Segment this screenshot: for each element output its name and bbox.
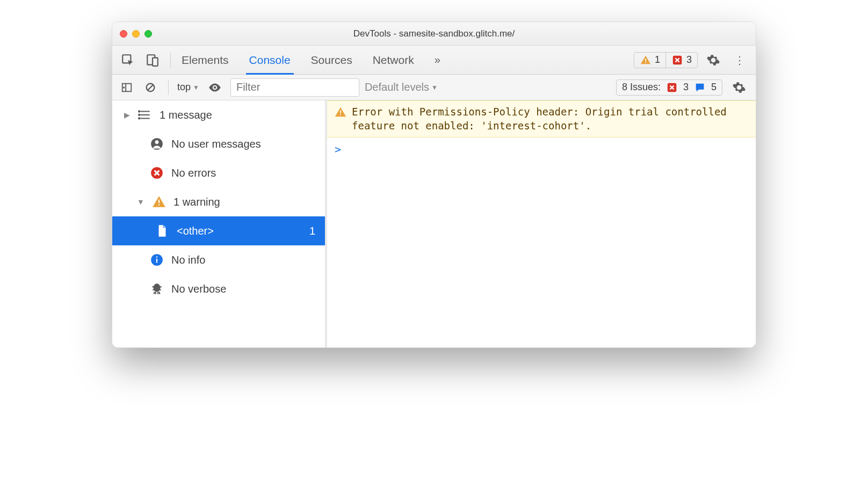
warnings-badge[interactable]: 1	[634, 53, 666, 68]
window-title: DevTools - samesite-sandbox.glitch.me/	[112, 28, 756, 39]
sidebar-item-label: 1 message	[160, 109, 212, 121]
titlebar: DevTools - samesite-sandbox.glitch.me/	[112, 22, 756, 46]
status-badges: 1 3	[634, 52, 698, 68]
panel-tabs: Elements Console Sources Network »	[178, 46, 444, 75]
device-toolbar-icon[interactable]	[142, 51, 163, 69]
console-output: Error with Permissions-Policy header: Or…	[327, 100, 756, 347]
sidebar-item-warnings[interactable]: ▼ 1 warning	[112, 187, 325, 216]
svg-rect-2	[153, 57, 158, 66]
svg-rect-22	[158, 204, 160, 205]
svg-rect-3	[645, 59, 646, 61]
disclosure-triangle-icon: ▼	[137, 198, 144, 206]
svg-rect-4	[645, 62, 646, 63]
console-toolbar: top ▼ Default levels ▼ 8 Issues: 3 5	[112, 75, 756, 100]
settings-icon[interactable]	[702, 53, 725, 67]
sidebar-item-label: <other>	[177, 225, 214, 237]
sidebar-item-label: No errors	[171, 167, 216, 179]
clear-console-icon[interactable]	[141, 79, 160, 96]
svg-point-19	[155, 140, 159, 144]
tab-console[interactable]: Console	[246, 46, 294, 75]
svg-point-16	[139, 114, 140, 115]
issues-message-count: 5	[711, 82, 717, 93]
issues-button[interactable]: 8 Issues: 3 5	[616, 79, 722, 96]
sidebar-item-other[interactable]: <other> 1	[112, 216, 325, 245]
dropdown-triangle-icon: ▼	[431, 84, 438, 91]
sidebar-item-verbose[interactable]: No verbose	[112, 274, 325, 303]
svg-rect-27	[156, 283, 157, 285]
more-options-icon[interactable]: ⋮	[729, 54, 750, 67]
sidebar-item-messages[interactable]: ▶ 1 message	[112, 100, 325, 129]
inspect-element-icon[interactable]	[118, 51, 138, 69]
svg-rect-29	[340, 114, 341, 115]
filter-input[interactable]	[230, 78, 359, 97]
errors-count: 3	[686, 54, 692, 66]
context-selector[interactable]: top ▼	[177, 82, 199, 93]
tab-overflow-button[interactable]: »	[431, 54, 444, 66]
live-expression-icon[interactable]	[205, 78, 225, 97]
issues-label: 8 Issues:	[622, 82, 661, 93]
sidebar-item-label: No verbose	[171, 283, 226, 295]
warnings-count: 1	[655, 54, 660, 66]
content-area: ▶ 1 message No user messages No errors ▼…	[112, 100, 756, 347]
sidebar-item-errors[interactable]: No errors	[112, 158, 325, 187]
issues-error-count: 3	[683, 82, 689, 93]
svg-point-10	[214, 86, 216, 88]
main-toolbar: Elements Console Sources Network » 1 3 ⋮	[112, 46, 756, 75]
console-message-text: Error with Permissions-Policy header: Or…	[352, 105, 748, 133]
context-label: top	[177, 82, 191, 93]
sidebar-item-label: No user messages	[171, 138, 261, 150]
console-prompt[interactable]: >	[327, 137, 756, 161]
sidebar-item-user[interactable]: No user messages	[112, 129, 325, 158]
prompt-chevron-icon: >	[335, 143, 341, 156]
tab-sources[interactable]: Sources	[308, 46, 356, 75]
console-message-warning[interactable]: Error with Permissions-Policy header: Or…	[327, 100, 756, 137]
log-levels-selector[interactable]: Default levels ▼	[365, 81, 438, 93]
svg-point-15	[139, 111, 140, 112]
svg-rect-25	[156, 257, 157, 258]
svg-rect-21	[158, 200, 160, 203]
console-settings-icon[interactable]	[728, 81, 750, 94]
console-sidebar: ▶ 1 message No user messages No errors ▼…	[112, 100, 327, 347]
devtools-window: DevTools - samesite-sandbox.glitch.me/ E…	[112, 21, 756, 348]
svg-point-17	[139, 118, 140, 119]
sidebar-item-count: 1	[309, 225, 320, 237]
errors-badge[interactable]: 3	[666, 53, 697, 68]
svg-line-9	[148, 84, 154, 90]
levels-label: Default levels	[365, 81, 429, 93]
disclosure-triangle-icon: ▶	[123, 111, 131, 119]
sidebar-item-label: 1 warning	[173, 196, 220, 208]
tab-network[interactable]: Network	[370, 46, 417, 75]
svg-rect-24	[156, 259, 157, 263]
sidebar-item-info[interactable]: No info	[112, 245, 325, 274]
toggle-sidebar-icon[interactable]	[118, 79, 136, 96]
dropdown-triangle-icon: ▼	[193, 84, 199, 91]
sidebar-item-label: No info	[171, 254, 205, 266]
subbar-divider	[168, 80, 169, 95]
tab-elements[interactable]: Elements	[178, 46, 232, 75]
svg-rect-28	[340, 110, 341, 113]
toolbar-divider	[170, 53, 171, 68]
